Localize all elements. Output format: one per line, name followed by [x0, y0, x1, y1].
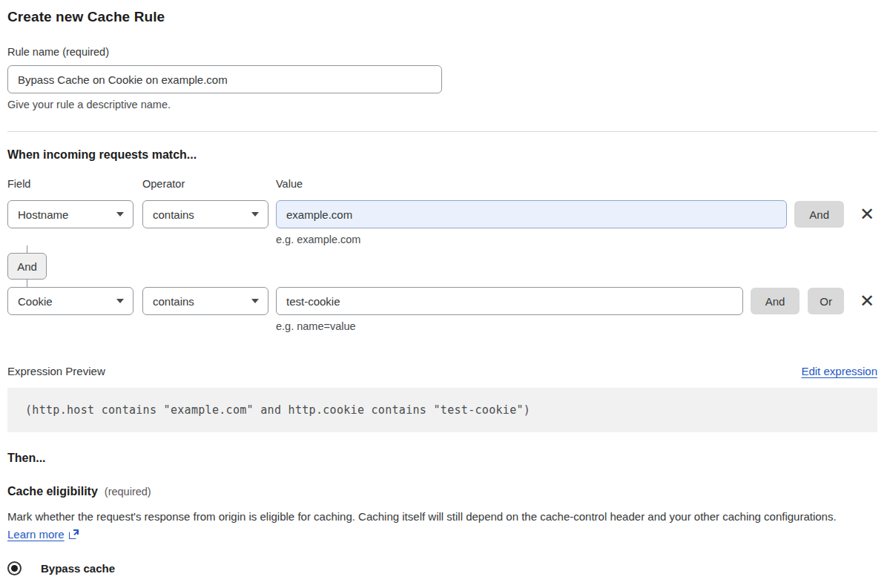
value-hint-1: e.g. example.com: [276, 234, 877, 245]
expression-preview-header: Expression Preview Edit expression: [7, 365, 877, 377]
chevron-down-icon: [251, 212, 259, 217]
operator-select-2[interactable]: contains: [142, 287, 268, 315]
radio-label-bypass: Bypass cache: [41, 562, 115, 575]
rule-name-section: Rule name (required) Give your rule a de…: [7, 46, 877, 110]
connector-line-bottom: [27, 280, 27, 287]
page-title: Create new Cache Rule: [7, 9, 877, 25]
operator-select-2-value: contains: [153, 295, 194, 308]
operator-column-label: Operator: [142, 178, 276, 190]
learn-more-link[interactable]: Learn more: [7, 528, 65, 541]
condition-row-2: Cookie contains And Or ✕: [7, 287, 877, 315]
remove-condition-2-button[interactable]: ✕: [857, 292, 877, 310]
rule-name-helper: Give your rule a descriptive name.: [7, 99, 877, 110]
external-link-icon: [69, 529, 79, 539]
rule-name-input[interactable]: [7, 65, 442, 93]
radio-selected-icon: [7, 561, 22, 575]
connector-and-button[interactable]: And: [7, 253, 47, 280]
expression-preview-label: Expression Preview: [7, 365, 105, 377]
condition-column-labels: Field Operator Value: [7, 178, 877, 190]
description-text: Mark whether the request's response from…: [7, 510, 837, 523]
rule-name-label: Rule name (required): [7, 46, 877, 58]
and-button-row-1[interactable]: And: [794, 201, 844, 228]
edit-expression-link[interactable]: Edit expression: [801, 365, 877, 377]
cache-eligibility-heading-row: Cache eligibility (required): [7, 485, 877, 498]
value-input-1[interactable]: [276, 200, 787, 228]
and-button-row-2[interactable]: And: [751, 288, 800, 314]
field-column-label: Field: [7, 178, 142, 190]
create-cache-rule-page: Create new Cache Rule Rule name (require…: [0, 0, 890, 588]
then-heading: Then...: [7, 452, 877, 465]
remove-condition-1-button[interactable]: ✕: [857, 205, 877, 223]
field-select-1-value: Hostname: [18, 208, 68, 221]
chevron-down-icon: [251, 299, 259, 303]
value-column-label: Value: [276, 178, 877, 190]
or-button-row-2[interactable]: Or: [808, 288, 844, 314]
condition-connector: And: [7, 245, 877, 287]
connector-line-top: [27, 245, 27, 253]
required-note: (required): [105, 486, 151, 498]
cache-eligibility-heading: Cache eligibility: [7, 485, 98, 498]
condition-row-1: Hostname contains And ✕: [7, 200, 877, 228]
radio-option-bypass-cache[interactable]: Bypass cache: [7, 561, 877, 575]
cache-eligibility-description: Mark whether the request's response from…: [7, 508, 868, 544]
close-icon: ✕: [860, 292, 874, 310]
field-select-1[interactable]: Hostname: [7, 200, 134, 228]
match-heading: When incoming requests match...: [7, 148, 877, 162]
value-input-2[interactable]: [276, 287, 743, 315]
expression-code-block: (http.host contains "example.com" and ht…: [7, 388, 877, 432]
close-icon: ✕: [860, 205, 874, 223]
section-divider: [7, 131, 877, 132]
value-hint-2: e.g. name=value: [276, 320, 877, 332]
operator-select-1-value: contains: [153, 208, 194, 221]
chevron-down-icon: [116, 299, 124, 303]
field-select-2[interactable]: Cookie: [7, 287, 134, 315]
operator-select-1[interactable]: contains: [142, 200, 268, 228]
field-select-2-value: Cookie: [18, 295, 53, 308]
chevron-down-icon: [116, 212, 124, 217]
